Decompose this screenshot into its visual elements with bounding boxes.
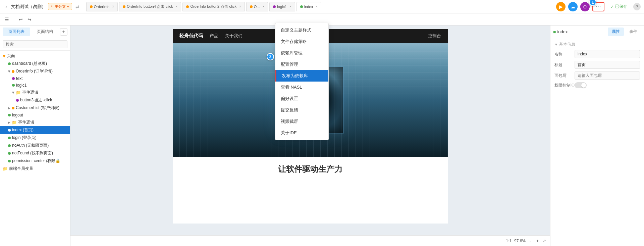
tab-orderinfo-c[interactable]: O... × xyxy=(246,2,268,11)
tab-close-icon[interactable]: × xyxy=(263,5,265,8)
tree-item-login[interactable]: login (登录页) xyxy=(0,134,70,142)
basic-info-section: ▼ 基本信息 名称 标题 面包屑 xyxy=(550,38,644,94)
tab-index[interactable]: index × xyxy=(297,2,321,11)
circle-number-2: 2 xyxy=(267,53,274,60)
tree-item-label: noAuth (无权限页面) xyxy=(12,143,49,148)
collapse-sidebar-button[interactable]: ☰ xyxy=(3,15,11,23)
menu-item-publish-dep[interactable]: 发布为依赖库 xyxy=(275,70,328,82)
menu-item-video-capture[interactable]: 视频截屏 xyxy=(275,116,328,127)
tree-item-event-logic[interactable]: ▶ 📁 事件逻辑 xyxy=(0,89,70,96)
zoom-level: 97.6% xyxy=(514,239,526,243)
tree-item-permission[interactable]: permission_center (权限🔒 xyxy=(0,157,70,165)
tab-page-structure[interactable]: 页面结构 xyxy=(32,28,59,36)
tab-close-icon[interactable]: × xyxy=(289,5,291,8)
menu-item-file-strategy[interactable]: 文件存储策略 xyxy=(275,36,328,47)
search-input[interactable] xyxy=(3,40,67,48)
tree-item-label: text xyxy=(16,76,22,81)
field-row-access: 权限控制 ⓘ xyxy=(554,82,640,88)
menu-item-view-nasl[interactable]: 查看 NASL xyxy=(275,82,328,93)
tab-events[interactable]: 事件 xyxy=(625,28,641,36)
title-field-value xyxy=(575,61,640,69)
tree-item-label: permission_center (权限🔒 xyxy=(12,158,60,164)
tab-icon xyxy=(90,5,93,8)
folder-icon: 📁 xyxy=(12,120,17,125)
preview-nav-console[interactable]: 控制台 xyxy=(428,33,441,39)
chevron-icon: ▶ xyxy=(8,106,10,110)
cloud-button[interactable]: ☁ xyxy=(568,2,578,11)
tab-close-icon[interactable]: × xyxy=(112,5,114,8)
preview-nav-link-about[interactable]: 关于我们 xyxy=(225,33,243,39)
tab-page-list[interactable]: 页面列表 xyxy=(3,28,30,36)
page-icon xyxy=(8,62,11,65)
sync-icon: ⇄ xyxy=(75,4,79,9)
preview-nav-links: 产品 关于我们 xyxy=(210,33,243,39)
tree-item-notfound[interactable]: notFound (找不到页面) xyxy=(0,149,70,157)
page-green-icon: ■ xyxy=(553,29,556,35)
name-field-label: 名称 xyxy=(554,51,575,57)
check-icon: ✓ xyxy=(610,4,614,9)
tab-properties[interactable]: 属性 xyxy=(608,28,624,36)
page-icon xyxy=(8,144,11,147)
preview-nav-link-products[interactable]: 产品 xyxy=(210,33,218,39)
tree-item-orderinfo[interactable]: ▶ OrderInfo (订单详情) xyxy=(0,67,70,75)
tree-item-button3[interactable]: button3-点击-click xyxy=(0,96,70,104)
menu-item-preferences[interactable]: 偏好设置 xyxy=(275,93,328,104)
tab-close-icon[interactable]: × xyxy=(176,5,178,8)
tree-item-dashboard[interactable]: dashboard (总览页) xyxy=(0,60,70,67)
play-button[interactable]: ▶ xyxy=(556,2,566,11)
help-button[interactable]: ? xyxy=(633,3,641,10)
pages-group[interactable]: ▶ 页面 xyxy=(0,52,70,60)
tree-item-label: logout xyxy=(12,113,23,117)
branch-selector[interactable]: ⑂ 主分支 ▾ xyxy=(48,3,72,10)
zoom-increase-button[interactable]: + xyxy=(535,238,540,244)
title-input[interactable] xyxy=(575,61,640,69)
tree-item-customerlist[interactable]: ▶ CustomerList (客户列表) xyxy=(0,104,70,112)
back-button[interactable]: ‹ xyxy=(3,3,9,11)
right-page-name: ■ index xyxy=(553,29,568,35)
tree-item-label: logic1 xyxy=(16,83,26,88)
zoom-decrease-button[interactable]: - xyxy=(528,238,532,244)
add-page-button[interactable]: + xyxy=(60,28,67,36)
menu-item-about-ide[interactable]: 关于IDE xyxy=(275,127,328,139)
tree-item-label: notFound (找不到页面) xyxy=(12,150,53,156)
tree-item-event-logic2[interactable]: ▶ 📁 事件逻辑 xyxy=(0,118,70,126)
menu-item-custom-theme[interactable]: 自定义主题样式 xyxy=(275,24,328,36)
menu-item-feedback[interactable]: 提交反馈 xyxy=(275,104,328,116)
tree-item-logic1[interactable]: logic1 xyxy=(0,82,70,89)
search-box xyxy=(0,38,70,51)
breadcrumb-field-value xyxy=(575,71,640,80)
tree-item-noauth[interactable]: noAuth (无权限页面) xyxy=(0,142,70,149)
menu-item-config-mgmt[interactable]: 配置管理 xyxy=(275,59,328,70)
nav-actions: ↩ ↪ xyxy=(17,15,34,23)
access-toggle[interactable] xyxy=(575,82,587,88)
menu-item-dep-mgmt[interactable]: 依赖库管理 xyxy=(275,47,328,59)
globals-group[interactable]: 📁 前端全局变量 xyxy=(0,165,70,173)
tree-item-logout[interactable]: logout xyxy=(0,112,70,118)
tab-close-icon[interactable]: × xyxy=(316,5,318,8)
deploy-button[interactable]: ⊙ xyxy=(580,2,590,11)
component-icon xyxy=(12,77,15,80)
top-bar-left: ‹ 文档测试（勿删） ⑂ 主分支 ▾ ⇄ xyxy=(3,3,79,11)
tree-item-text[interactable]: text xyxy=(0,75,70,82)
tab-close-icon[interactable]: × xyxy=(239,5,241,8)
name-input[interactable] xyxy=(575,50,640,58)
cloud-btn-wrap: ☁ xyxy=(568,2,578,11)
fullscreen-button[interactable]: ⤢ xyxy=(543,239,546,243)
breadcrumb-input[interactable] xyxy=(575,71,640,80)
ratio-label: 1:1 xyxy=(506,239,512,243)
page-name-label: index xyxy=(557,29,568,34)
right-top: ■ index 属性 事件 xyxy=(550,26,644,38)
tab-logic1[interactable]: logic1 × xyxy=(269,2,295,11)
redo-button[interactable]: ↪ xyxy=(25,15,34,23)
chevron-icon: ▶ xyxy=(8,121,10,124)
tab-orderinfo-btn2[interactable]: OrderInfo-button2-点击-click × xyxy=(182,2,245,11)
field-row-breadcrumb: 面包屑 xyxy=(554,71,640,80)
branch-label: 主分支 xyxy=(55,4,66,9)
access-toggle-container xyxy=(575,82,640,88)
preview-brand: 轻舟低代码 xyxy=(179,33,203,39)
undo-button[interactable]: ↩ xyxy=(17,15,25,23)
tab-orderinfo[interactable]: OrderInfo × xyxy=(86,2,118,11)
tree-item-index[interactable]: index (首页) xyxy=(0,126,70,134)
tab-orderinfo-btn4[interactable]: OrderInfo-button4-点击-click × xyxy=(119,2,181,11)
tab-icon xyxy=(250,5,253,8)
